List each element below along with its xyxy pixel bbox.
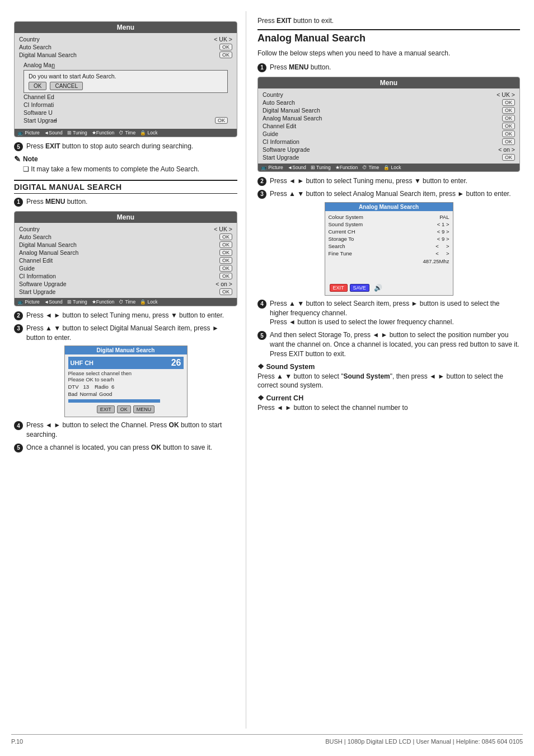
ams-frequency: 487.25Mhz [329,257,449,265]
dms-uhf-label: UHF CH [71,360,94,366]
current-ch-section: Current CH Press ◄ ► button to select th… [257,394,520,413]
footer-sound: ◄Sound [44,130,63,136]
dms-menu-footer: 📺 Picture ◄Sound ⊞ Tuning ★Function ⏱ Ti… [15,298,237,306]
footer-time: ⏱ Time [119,130,135,136]
dms-sub-rows: DTV 13 Radio 6 [68,384,184,390]
menu-value-country: < UK > [214,36,232,43]
sound-system-bold: Sound System [343,372,390,380]
ams-step2: 2 Press ◄ ► button to select Tuning menu… [257,176,520,186]
dms-row-software: Software Upgrade < on > [19,280,232,288]
auto-search-menu-box: Menu Country < UK > Auto Search OK Digit… [14,21,237,137]
footer-picture: 📺 Picture [17,130,40,136]
dms-bad: Bad [68,391,78,397]
dms-quality-bar [68,399,161,403]
page-model: 1080p Digital LED LCD [348,738,411,745]
dms-row-channel: Channel Edit OK [19,256,232,264]
ams-storage-label: Storage To [329,236,354,242]
ams-colour-val: PAL [439,214,449,220]
ams-footer-sound: ◄Sound [288,165,306,170]
dms-info-row: Please select channel thenPlease OK to s… [68,369,184,384]
ams-footer-tuning: ⊞ Tuning [311,165,331,170]
dms-val-country: < UK > [214,226,232,232]
dms-preview-body: UHF CH 26 Please select channel thenPlea… [65,354,187,417]
ams-footer-picture: 📺 Picture [261,165,283,170]
ams-ok-channel: OK [502,123,515,129]
dms-ok-ci: OK [219,273,232,279]
ams-row-channel: Channel Edit OK [263,122,515,130]
dms-ok-guide: OK [219,265,232,272]
ams-btn-save[interactable]: SAVE [350,284,369,292]
page-brand-info: BUSH | 1080p Digital LED LCD | User Manu… [325,738,523,745]
dms-footer-picture: 📺 Picture [17,299,40,305]
dms-ok-channel: OK [219,257,232,264]
dialog-ok-btn[interactable]: OK [29,82,46,90]
menu-row-ci: CI Informati [24,101,228,109]
footer-tuning: ⊞ Tuning [67,130,87,136]
dms-step4: 4 Press ◄ ► button to select the Channel… [14,421,237,440]
ams-footer-time: ⏱ Time [362,165,379,170]
dms-step2-header: 2 Press ◄ ► button to select Tuning menu… [14,311,237,320]
right-column: Press EXIT button to exit. Analog Manual… [246,11,523,729]
ams-ok-start: OK [502,154,515,161]
ams-row-country: Country < UK > [263,91,515,99]
dms-footer-time: ⏱ Time [119,299,135,305]
dms-menu-bold: MENU [45,198,65,206]
ams-step2-num: 2 [257,177,266,186]
ams-row-auto: Auto Search OK [263,99,515,106]
ams-step5-num: 5 [257,331,266,340]
ams-step5: 5 And then select Storage To, press ◄ ► … [257,330,520,358]
dialog-buttons: OK CANCEL [29,82,223,90]
current-ch-title: Current CH [257,394,520,402]
ams-current-label: Current CH [329,228,355,235]
dms-footer-lock: 🔒 Lock [140,299,157,305]
menu-label-start: Start Upgrad [24,117,57,124]
dialog-cancel-btn[interactable]: CANCEL [50,82,83,90]
ams-step3-num: 3 [257,190,266,199]
menu-label-country: Country [19,36,40,43]
note-text: It may take a few moments to complete th… [23,165,237,174]
menu-row-software: Software U [24,109,228,116]
ams-row-sound: Sound System < 1 > [329,221,449,228]
menu-label-auto-search: Auto Search [19,44,51,50]
menu-row-analog: Analog Man [24,61,228,69]
ams-footer-btns: EXIT SAVE 🔊 [329,282,449,293]
dms-ok-digital: OK [219,241,232,248]
ams-step3-text: Press ▲ ▼ button to select Analog Manual… [270,189,511,199]
ams-step2-header: 2 Press ◄ ► button to select Tuning menu… [257,176,520,186]
dms-btn-ok[interactable]: OK [117,405,131,413]
ams-label-auto: Auto Search [263,99,295,106]
dms-label-software: Software Upgrade [19,281,67,287]
ams-ok-auto: OK [502,99,515,106]
dialog-overlay: Analog Man Do you want to start Auto Sea… [19,59,232,127]
ams-search-label: Search [329,243,345,249]
menu-label-software: Software U [24,109,53,116]
menu-label-ci: CI Informati [24,101,54,108]
dms-step2: 2 Press ◄ ► button to select Tuning menu… [14,311,237,320]
dms-btn-exit[interactable]: EXIT [97,405,115,413]
ams-label-software: Software Upgrade [263,146,310,153]
sound-system-title: Sound System [257,362,520,371]
dms-label-channel: Channel Edit [19,257,53,264]
dms-step5-header: 5 Once a channel is located, you can pre… [14,443,237,452]
ams-storage-val: < 9 > [437,236,449,242]
menu-body-left-top: Country < UK > Auto Search OK Digital Ma… [15,33,237,129]
ams-btn-exit[interactable]: EXIT [330,284,348,292]
step-num-b: 5 [14,142,23,151]
ams-preview-box: Analog Manual Search Colour System PAL S… [325,202,453,296]
ams-row-start: Start Upgrade OK [263,153,515,161]
dms-label-ci: CI Information [19,273,56,279]
ams-step3-header: 3 Press ▲ ▼ button to select Analog Manu… [257,189,520,199]
step-exit-stop: 5 Press EXIT button to stop auto search … [14,142,237,151]
dms-btn-menu[interactable]: MENU [133,405,155,413]
dms-step5-num: 5 [14,444,23,452]
dms-row-start: Start Upgrade OK [19,288,232,296]
ams-label-guide: Guide [263,130,278,137]
dms-preview-box: Digital Manual Search UHF CH 26 Please s… [64,346,188,417]
ams-val-software: < on > [498,146,515,153]
page-doctype: User Manual [416,738,451,745]
menu-row-start: Start Upgrad OK [24,116,228,124]
dms-step3-text: Press ▲ ▼ button to select Digital Manua… [26,324,237,343]
menu-row-channel-edit: Channel Ed [24,93,228,101]
ams-val-country: < UK > [496,91,515,98]
dms-footer-sound: ◄Sound [44,299,63,305]
